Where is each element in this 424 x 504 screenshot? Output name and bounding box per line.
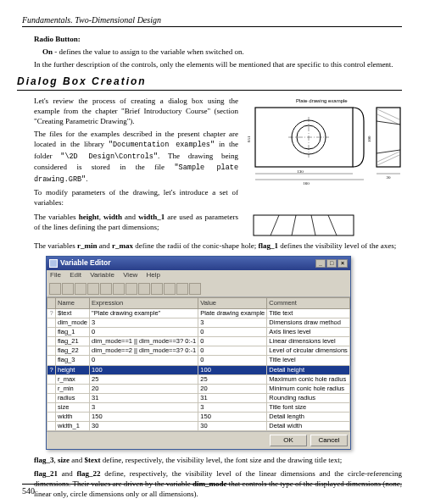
cell[interactable]: 3 <box>90 318 198 327</box>
cell[interactable]: Level of circular dimensions <box>267 346 350 356</box>
cell[interactable] <box>47 422 56 431</box>
toolbar-button[interactable] <box>151 283 163 295</box>
col-comment[interactable]: Comment <box>267 297 350 308</box>
cell[interactable]: size <box>56 403 90 413</box>
cell[interactable]: Axis lines level <box>267 328 350 337</box>
cell[interactable]: 20 <box>90 384 198 393</box>
cell[interactable]: Maximum conic hole radius <box>267 374 350 384</box>
cell[interactable] <box>47 328 56 337</box>
cell[interactable] <box>47 337 56 346</box>
toolbar-button[interactable] <box>62 283 74 295</box>
table-row[interactable]: ?$text"Plate drawing example"Plate drawi… <box>47 308 350 318</box>
table-row[interactable]: r_max2525Maximum conic hole radius <box>47 374 350 384</box>
menu-file[interactable]: File <box>50 271 61 279</box>
table-row[interactable]: width150150Detail length <box>47 413 350 422</box>
menu-bar[interactable]: File Edit Variable View Help <box>47 270 350 281</box>
table-row[interactable]: flag_21dim_mode==1 || dim_mode==3? 0:-10… <box>47 337 350 346</box>
close-button[interactable]: × <box>338 259 348 268</box>
cell[interactable]: Plate drawing example <box>198 308 267 318</box>
table-row[interactable]: flag_22dim_mode==2 || dim_mode==3? 0:-10… <box>47 346 350 356</box>
cancel-button[interactable]: Cancel <box>310 435 348 446</box>
toolbar-button[interactable] <box>75 283 86 295</box>
table-row[interactable]: flag_100Axis lines level <box>47 328 350 337</box>
cell[interactable]: 150 <box>198 413 267 422</box>
cell[interactable] <box>47 374 56 384</box>
maximize-button[interactable]: □ <box>326 259 337 268</box>
cell[interactable] <box>47 346 56 356</box>
cell[interactable]: 25 <box>198 374 267 384</box>
menu-help[interactable]: Help <box>147 271 160 279</box>
table-row[interactable]: flag_300Title level <box>47 356 350 365</box>
minimize-button[interactable]: _ <box>315 259 326 268</box>
col-expression[interactable]: Expression <box>90 297 198 308</box>
cell[interactable] <box>47 318 56 327</box>
cell[interactable]: 25 <box>90 374 198 384</box>
menu-edit[interactable]: Edit <box>70 271 81 279</box>
cell[interactable]: 3 <box>198 403 267 413</box>
toolbar-button[interactable] <box>87 283 99 295</box>
cell[interactable] <box>47 356 56 365</box>
cell[interactable] <box>47 403 56 413</box>
table-row[interactable]: radius3131Rounding radius <box>47 393 350 402</box>
cell[interactable]: Rounding radius <box>267 393 350 402</box>
window-titlebar[interactable]: Variable Editor _ □ × <box>47 257 350 269</box>
toolbar-button[interactable] <box>164 283 176 295</box>
cell[interactable]: Detail height <box>267 365 350 374</box>
table-row[interactable]: dim_mode33Dimensions draw method <box>47 318 350 327</box>
cell[interactable]: 100 <box>198 365 267 374</box>
cell[interactable]: "Plate drawing example" <box>90 308 198 318</box>
cell[interactable]: 30 <box>198 422 267 431</box>
cell[interactable]: Title font size <box>267 403 350 413</box>
cell[interactable]: $text <box>56 308 90 318</box>
cell[interactable]: flag_21 <box>56 337 90 346</box>
col-name[interactable]: Name <box>56 297 90 308</box>
cell[interactable]: r_max <box>56 374 90 384</box>
menu-view[interactable]: View <box>123 271 137 279</box>
cell[interactable]: 3 <box>90 403 198 413</box>
cell[interactable]: 0 <box>198 356 267 365</box>
cell[interactable]: dim_mode <box>56 318 90 327</box>
cell[interactable]: width <box>56 413 90 422</box>
cell[interactable] <box>47 413 56 422</box>
col-marker[interactable] <box>47 297 56 308</box>
cell[interactable]: dim_mode==1 || dim_mode==3? 0:-1 <box>90 337 198 346</box>
toolbar-button[interactable] <box>138 283 150 295</box>
table-row[interactable]: size33Title font size <box>47 403 350 413</box>
toolbar-button[interactable] <box>126 283 137 295</box>
cell[interactable]: height <box>56 365 90 374</box>
cell[interactable]: 0 <box>198 328 267 337</box>
toolbar-button[interactable] <box>100 283 112 295</box>
cell[interactable]: Minimum conic hole radius <box>267 384 350 393</box>
cell[interactable]: Linear dimensions level <box>267 337 350 346</box>
cell[interactable]: 30 <box>90 422 198 431</box>
cell[interactable]: 0 <box>90 328 198 337</box>
variable-grid[interactable]: Name Expression Value Comment ?$text"Pla… <box>47 297 350 432</box>
cell[interactable]: Title text <box>267 308 350 318</box>
cell[interactable] <box>47 393 56 402</box>
menu-variable[interactable]: Variable <box>90 271 114 279</box>
cell[interactable]: 20 <box>198 384 267 393</box>
cell[interactable]: ? <box>47 308 56 318</box>
cell[interactable]: r_min <box>56 384 90 393</box>
cell[interactable]: dim_mode==2 || dim_mode==3? 0:-1 <box>90 346 198 356</box>
table-row[interactable]: width_13030Detail width <box>47 422 350 431</box>
cell[interactable]: 0 <box>90 356 198 365</box>
cell[interactable]: flag_1 <box>56 328 90 337</box>
cell[interactable]: flag_22 <box>56 346 90 356</box>
cell[interactable]: 31 <box>198 393 267 402</box>
cell[interactable]: 100 <box>90 365 198 374</box>
table-row[interactable]: ?height100100Detail height <box>47 365 350 374</box>
cell[interactable]: 0 <box>198 337 267 346</box>
cell[interactable]: Detail length <box>267 413 350 422</box>
cell[interactable]: Title level <box>267 356 350 365</box>
table-row[interactable]: r_min2020Minimum conic hole radius <box>47 384 350 393</box>
cell[interactable]: 31 <box>90 393 198 402</box>
toolbar-button[interactable] <box>113 283 125 295</box>
cell[interactable]: width_1 <box>56 422 90 431</box>
cell[interactable]: 3 <box>198 318 267 327</box>
cell[interactable]: radius <box>56 393 90 402</box>
ok-button[interactable]: OK <box>270 435 307 446</box>
col-value[interactable]: Value <box>198 297 267 308</box>
cell[interactable]: ? <box>47 365 56 374</box>
cell[interactable]: Detail width <box>267 422 350 431</box>
